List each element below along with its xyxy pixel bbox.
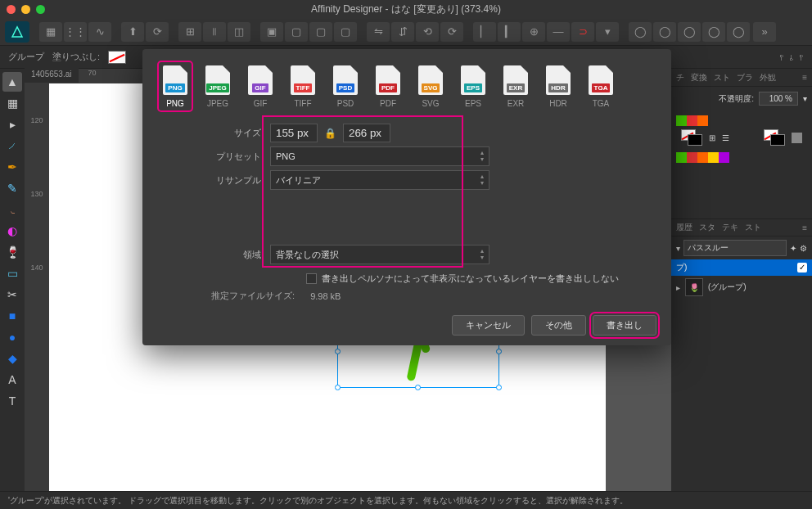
node-tool-icon[interactable]: ▸ xyxy=(2,115,22,134)
preset-select[interactable]: PNG▴▾ xyxy=(270,146,489,166)
swatch[interactable] xyxy=(676,115,687,126)
format-png[interactable]: PNGPNG xyxy=(159,62,192,110)
persona-pixel-icon[interactable]: ⋮⋮ xyxy=(64,22,87,42)
format-psd[interactable]: PSDPSD xyxy=(329,62,362,110)
swatch[interactable] xyxy=(708,152,719,163)
tab-brushes[interactable]: ブラ xyxy=(737,72,753,83)
transform-icon[interactable]: ◫ xyxy=(228,22,250,42)
arrange-front-icon[interactable]: ▣ xyxy=(260,22,283,42)
guides-icon[interactable]: ⫴ xyxy=(203,22,226,42)
layer-visible-checkbox[interactable]: ✓ xyxy=(797,263,807,273)
pencil-tool-icon[interactable]: ✎ xyxy=(2,178,22,198)
hidden-layers-checkbox[interactable] xyxy=(306,273,317,284)
document-tab[interactable]: 1405653.ai xyxy=(25,68,79,83)
format-hdr[interactable]: HDRHDR xyxy=(542,62,575,110)
blend-mode-select[interactable]: パススルー xyxy=(683,240,787,256)
align-middle-icon[interactable]: ⫰ xyxy=(789,52,794,62)
layer-group-row[interactable]: プ) ✓ xyxy=(671,259,812,276)
toolbar-overflow-icon[interactable]: » xyxy=(753,22,776,42)
place-tool-icon[interactable]: ▭ xyxy=(2,264,22,283)
swatch[interactable] xyxy=(676,152,687,163)
resample-select[interactable]: バイリニア▴▾ xyxy=(270,170,489,190)
size-width-input[interactable] xyxy=(270,124,318,142)
tab-appearance[interactable]: 外観 xyxy=(760,72,776,83)
align-center-icon[interactable]: ▎ xyxy=(498,22,521,42)
arrange-backward-icon[interactable]: ▢ xyxy=(309,22,332,42)
align-left-icon[interactable]: ▏ xyxy=(473,22,496,42)
link-icon[interactable]: — xyxy=(547,22,570,42)
flip-v-icon[interactable]: ⇵ xyxy=(391,22,414,42)
grid-icon[interactable]: ⊞ xyxy=(178,22,201,42)
format-tiff[interactable]: TIFFTIFF xyxy=(286,62,319,110)
upload-icon[interactable]: ⬆ xyxy=(121,22,144,42)
fill-none-swatch[interactable] xyxy=(108,51,126,64)
boolean-int-icon[interactable]: ◯ xyxy=(678,22,701,42)
tab-transform[interactable]: 変換 xyxy=(691,72,707,83)
area-select[interactable]: 背景なしの選択▴▾ xyxy=(270,245,489,264)
more-icon[interactable]: ▾ xyxy=(596,22,619,42)
tab-swatches[interactable]: チ xyxy=(676,72,684,83)
panel-menu-icon[interactable]: ≡ xyxy=(802,223,807,232)
format-eps[interactable]: EPSEPS xyxy=(457,62,489,110)
text-tool-icon[interactable]: A xyxy=(2,370,22,390)
format-exr[interactable]: EXREXR xyxy=(499,62,532,110)
fill-stroke-swatch-2[interactable] xyxy=(764,129,785,146)
format-pdf[interactable]: PDFPDF xyxy=(372,62,404,110)
shape-tool-icon[interactable]: ◆ xyxy=(2,349,22,368)
pen-tool-icon[interactable]: ✒ xyxy=(2,157,22,177)
artboard-tool-icon[interactable]: ▦ xyxy=(2,93,22,113)
opacity-value[interactable]: 100 % xyxy=(759,92,798,106)
tab-history[interactable]: 履歴 xyxy=(676,222,692,233)
blend-dropdown-icon[interactable]: ▾ xyxy=(676,244,680,253)
persona-export-icon[interactable]: ∿ xyxy=(88,22,111,42)
persona-designer-icon[interactable]: ▦ xyxy=(39,22,62,42)
tab-stock[interactable]: スト xyxy=(745,222,761,233)
boolean-xor-icon[interactable]: ◯ xyxy=(702,22,725,42)
rect-tool-icon[interactable]: ■ xyxy=(2,306,22,326)
swatch[interactable] xyxy=(687,152,697,163)
other-button[interactable]: その他 xyxy=(531,315,586,336)
tab-styles[interactable]: スタ xyxy=(699,222,715,233)
swatch[interactable] xyxy=(697,115,708,126)
brush-tool-icon[interactable]: ⦦ xyxy=(2,200,22,219)
rotate-cw-icon[interactable]: ⟳ xyxy=(440,22,463,42)
corner-tool-icon[interactable]: ⟋ xyxy=(2,136,22,155)
flip-h-icon[interactable]: ⇋ xyxy=(367,22,390,42)
swatch[interactable] xyxy=(792,133,802,143)
format-tga[interactable]: TGATGA xyxy=(584,62,617,110)
tab-stroke[interactable]: スト xyxy=(714,72,730,83)
format-svg[interactable]: SVGSVG xyxy=(414,62,447,110)
arrange-back-icon[interactable]: ▢ xyxy=(334,22,357,42)
ellipse-tool-icon[interactable]: ● xyxy=(2,327,22,347)
crop-tool-icon[interactable]: ✂ xyxy=(2,285,22,304)
fill-stroke-swatch[interactable] xyxy=(681,129,702,146)
swatch[interactable] xyxy=(687,115,697,126)
lock-aspect-icon[interactable]: 🔒 xyxy=(324,128,336,139)
arrange-forward-icon[interactable]: ▢ xyxy=(285,22,308,42)
swatch-grid-icon[interactable]: ⊞ xyxy=(709,133,715,142)
swatch[interactable] xyxy=(697,152,708,163)
size-height-input[interactable] xyxy=(343,124,390,142)
cancel-button[interactable]: キャンセル xyxy=(452,315,525,336)
format-gif[interactable]: GIFGIF xyxy=(244,62,277,110)
opacity-stepper-icon[interactable]: ▾ xyxy=(803,94,807,103)
fill-tool-icon[interactable]: ◐ xyxy=(2,221,22,241)
gear-icon[interactable]: ⚙ xyxy=(800,244,807,253)
layer-row[interactable]: ▸ 🌷 (グループ) xyxy=(671,276,812,299)
format-jpeg[interactable]: JPEGJPEG xyxy=(201,62,234,110)
panel-menu-icon[interactable]: ≡ xyxy=(802,73,807,82)
rotate-ccw-icon[interactable]: ⟲ xyxy=(416,22,439,42)
transparency-tool-icon[interactable]: 🍷 xyxy=(2,242,22,262)
magnet-icon[interactable]: ⊃ xyxy=(571,22,594,42)
swatch[interactable] xyxy=(719,152,729,163)
boolean-div-icon[interactable]: ◯ xyxy=(727,22,750,42)
sync-icon[interactable]: ⟳ xyxy=(146,22,169,42)
boolean-sub-icon[interactable]: ◯ xyxy=(653,22,676,42)
align-top-icon[interactable]: ⫯ xyxy=(779,52,784,62)
expand-icon[interactable]: ▸ xyxy=(676,283,680,292)
layer-fx-icon[interactable]: ✦ xyxy=(790,244,796,253)
snap-icon[interactable]: ⊕ xyxy=(522,22,545,42)
swatch-list-icon[interactable]: ☰ xyxy=(722,133,729,142)
align-bottom-icon[interactable]: ⫯ xyxy=(799,52,804,62)
export-button[interactable]: 書き出し xyxy=(593,315,656,336)
